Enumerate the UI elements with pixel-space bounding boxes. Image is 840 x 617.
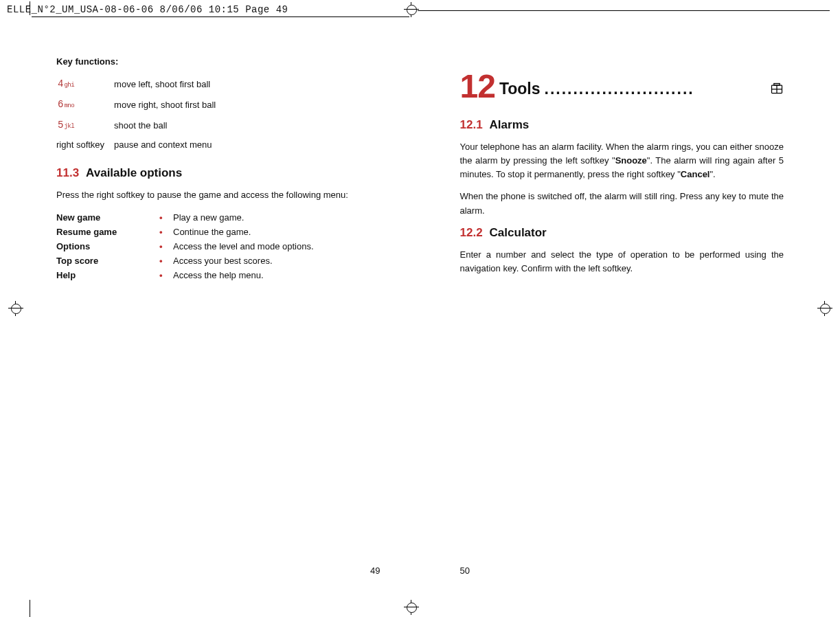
key-4-icon: 4ghi: [56, 78, 82, 90]
section-12-2-heading: 12.2Calculator: [460, 226, 784, 240]
page-50: 12 Tools .......................... 12.1…: [420, 34, 809, 590]
page-49: Key functions: 4ghi move left, shoot fir…: [32, 34, 420, 590]
chapter-title: Tools: [499, 80, 541, 98]
crop-mark: [30, 1, 38, 15]
page-number: 50: [460, 565, 470, 576]
page-number: 49: [370, 565, 380, 576]
crop-line: [32, 16, 409, 17]
table-row: Resume game•Continue the game.: [56, 225, 314, 239]
table-row: Options•Access the level and mode option…: [56, 239, 314, 254]
registration-mark-icon: [8, 301, 23, 316]
key-5-icon: 5jkl: [56, 119, 82, 131]
key-description: pause and context menu: [114, 135, 225, 154]
table-row: 4ghi move left, shoot first ball: [56, 74, 225, 94]
chapter-dots: ..........................: [545, 80, 766, 98]
crop-line: [418, 10, 830, 11]
table-row: New game•Play a new game.: [56, 210, 314, 225]
table-row: 5jkl shoot the ball: [56, 115, 225, 135]
table-row: 6mno move right, shoot first ball: [56, 94, 225, 115]
registration-mark-icon: [404, 600, 419, 615]
svg-rect-1: [774, 84, 780, 86]
key-right-softkey: right softkey: [56, 135, 114, 154]
key-functions-heading: Key functions:: [56, 56, 381, 67]
key-description: move left, shoot first ball: [114, 74, 225, 94]
chapter-heading: 12 Tools ..........................: [460, 70, 784, 103]
tools-icon: [770, 82, 784, 96]
key-description: shoot the ball: [114, 115, 225, 135]
section-11-3-heading: 11.3Available options: [56, 166, 381, 180]
table-row: Top score•Access your best scores.: [56, 254, 314, 268]
registration-mark-icon: [404, 2, 419, 17]
section-12-1-heading: 12.1Alarms: [460, 118, 784, 132]
alarms-paragraph-2: When the phone is switched off, the alar…: [460, 190, 784, 217]
chapter-number: 12: [460, 70, 495, 103]
page-spread: Key functions: 4ghi move left, shoot fir…: [32, 34, 808, 590]
section-intro: Press the right softkey to pause the gam…: [56, 188, 381, 202]
calculator-paragraph: Enter a number and select the type of op…: [460, 248, 784, 276]
registration-mark-icon: [817, 301, 832, 316]
print-slug: ELLE_N°2_UM_USA-08-06-06 8/06/06 10:15 P…: [7, 4, 288, 15]
alarms-paragraph-1: Your telephone has an alarm facility. Wh…: [460, 140, 784, 181]
crop-mark: [30, 600, 31, 617]
key-6-icon: 6mno: [56, 98, 82, 111]
key-functions-table: 4ghi move left, shoot first ball 6mno mo…: [56, 74, 225, 154]
table-row: right softkey pause and context menu: [56, 135, 225, 154]
table-row: Help•Access the help menu.: [56, 268, 314, 282]
options-table: New game•Play a new game. Resume game•Co…: [56, 210, 314, 282]
key-description: move right, shoot first ball: [114, 94, 225, 115]
